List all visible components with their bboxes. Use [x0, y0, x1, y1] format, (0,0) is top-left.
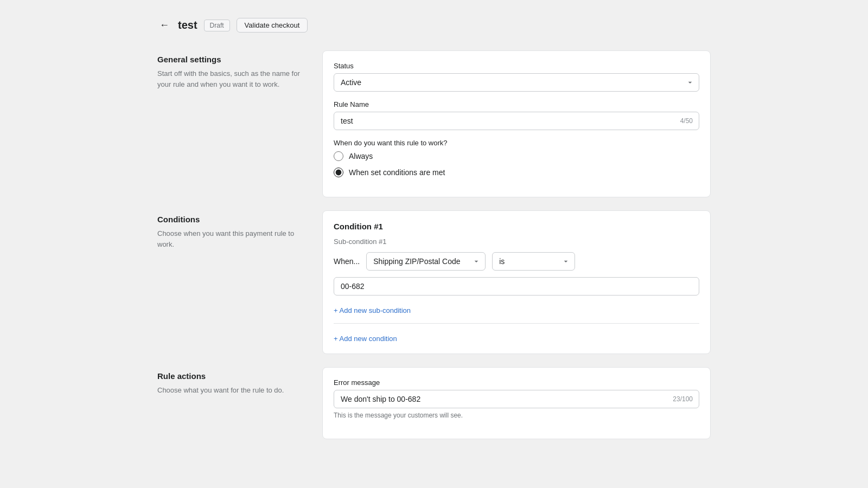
add-sub-condition-wrapper: + Add new sub-condition [334, 304, 699, 314]
page-header: ← test Draft Validate checkout [157, 17, 711, 33]
error-message-helper-text: This is the message your customers will … [334, 412, 699, 419]
error-message-label: Error message [334, 378, 699, 387]
radio-group: Always When set conditions are met [334, 151, 699, 177]
condition-field-select[interactable]: Shipping ZIP/Postal Code Billing ZIP/Pos… [366, 252, 486, 271]
conditions-text: Choose when you want this payment rule t… [157, 228, 309, 249]
rule-actions-text: Choose what you want for the rule to do. [157, 385, 309, 396]
page-title: test [178, 19, 197, 31]
error-message-input[interactable] [334, 390, 699, 408]
rule-actions-description: Rule actions Choose what you want for th… [157, 367, 309, 439]
general-settings-text: Start off with the basics, such as the n… [157, 68, 309, 89]
page-container: ← test Draft Validate checkout General s… [136, 0, 732, 470]
add-condition-wrapper: + Add new condition [334, 332, 699, 343]
radio-always-label: Always [349, 152, 373, 160]
rule-name-input[interactable] [334, 112, 699, 130]
conditions-section: Conditions Choose when you want this pay… [157, 210, 711, 354]
when-rule-group: When do you want this rule to work? Alwa… [334, 139, 699, 177]
radio-conditions-item[interactable]: When set conditions are met [334, 168, 699, 177]
rule-actions-title: Rule actions [157, 371, 309, 381]
condition-row: When... Shipping ZIP/Postal Code Billing… [334, 252, 699, 271]
validate-checkout-button[interactable]: Validate checkout [237, 18, 308, 33]
add-condition-button[interactable]: + Add new condition [334, 335, 397, 343]
add-sub-condition-button[interactable]: + Add new sub-condition [334, 306, 411, 314]
rule-name-group: Rule Name 4/50 [334, 100, 699, 130]
conditions-divider [334, 323, 699, 324]
conditions-title: Conditions [157, 215, 309, 224]
conditions-card: Condition #1 Sub-condition #1 When... Sh… [322, 210, 711, 354]
condition-title: Condition #1 [334, 222, 699, 231]
error-message-input-wrapper: 23/100 [334, 390, 699, 408]
status-label: Status [334, 62, 699, 70]
radio-always-item[interactable]: Always [334, 151, 699, 161]
draft-badge: Draft [204, 20, 230, 31]
condition-value-group [334, 277, 699, 296]
rule-name-input-wrapper: 4/50 [334, 112, 699, 130]
rule-name-char-count: 4/50 [680, 117, 693, 125]
status-select[interactable]: Active Inactive [334, 73, 699, 92]
rule-actions-card: Error message 23/100 This is the message… [322, 367, 711, 439]
radio-conditions-input[interactable] [334, 168, 343, 177]
when-rule-label: When do you want this rule to work? [334, 139, 699, 147]
condition-value-input[interactable] [334, 277, 699, 296]
general-settings-description: General settings Start off with the basi… [157, 50, 309, 197]
general-settings-section: General settings Start off with the basi… [157, 50, 711, 197]
error-message-group: Error message 23/100 This is the message… [334, 378, 699, 419]
status-group: Status Active Inactive [334, 62, 699, 92]
radio-always-input[interactable] [334, 151, 343, 161]
conditions-description: Conditions Choose when you want this pay… [157, 210, 309, 354]
sub-condition-label: Sub-condition #1 [334, 237, 699, 246]
error-message-char-count: 23/100 [673, 395, 693, 403]
rule-name-label: Rule Name [334, 100, 699, 108]
when-label: When... [334, 257, 360, 266]
general-settings-title: General settings [157, 55, 309, 64]
general-settings-card: Status Active Inactive Rule Name 4/50 Wh… [322, 50, 711, 197]
condition-operator-select[interactable]: is is not contains does not contain [492, 252, 575, 271]
radio-conditions-label: When set conditions are met [349, 168, 445, 177]
rule-actions-section: Rule actions Choose what you want for th… [157, 367, 711, 439]
back-button[interactable]: ← [157, 17, 171, 33]
